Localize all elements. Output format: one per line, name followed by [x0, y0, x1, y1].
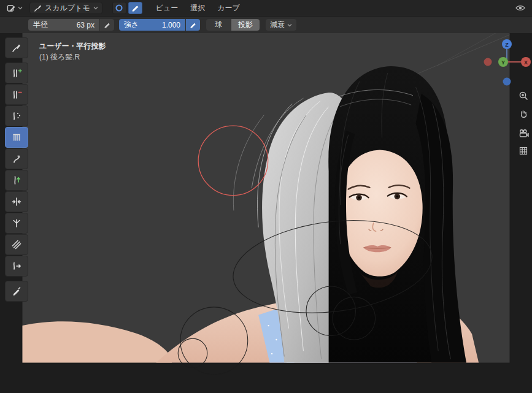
menu-curve[interactable]: カーブ — [211, 1, 246, 16]
paint-brush-icon — [11, 42, 22, 53]
sculpt-brush-icon — [34, 4, 42, 12]
gizmo-z-label: Z — [505, 42, 509, 48]
strength-slider[interactable]: 強さ 1.000 — [119, 19, 185, 31]
falloff-label: 減衰 — [270, 20, 285, 30]
pen-icon — [104, 21, 111, 29]
chevron-down-icon — [18, 6, 23, 10]
cursor-overlay-toggle[interactable] — [112, 2, 126, 14]
brush-shape-segmented: 球 投影 — [206, 19, 260, 31]
gizmo-y-label: Y — [501, 59, 505, 66]
hand-icon — [519, 109, 528, 118]
strength-value: 1.000 — [162, 21, 180, 29]
pinch-icon — [11, 196, 22, 207]
menu-view[interactable]: ビュー — [150, 1, 185, 16]
visibility-button[interactable] — [512, 2, 528, 14]
tool-annotate[interactable] — [5, 281, 28, 302]
menubar: ビュー 選択 カーブ — [150, 1, 246, 16]
annotate-pen-icon — [11, 286, 22, 297]
editor-type-icon — [7, 4, 16, 13]
density-icon — [11, 110, 22, 121]
tool-density[interactable] — [5, 105, 28, 126]
smooth-icon — [11, 239, 22, 250]
camera-view-button[interactable] — [515, 125, 531, 141]
falloff-dropdown[interactable]: 減衰 — [266, 19, 296, 31]
pressure-pen-toggle[interactable] — [128, 2, 142, 14]
radius-pressure-toggle[interactable] — [100, 19, 114, 31]
gizmo-x-neg-axis[interactable] — [484, 58, 492, 66]
slide-icon — [11, 261, 22, 272]
viewport-canvas[interactable] — [0, 33, 532, 393]
eye-icon — [515, 4, 525, 12]
add-strands-icon — [11, 67, 22, 78]
radius-group: 半径 63 px — [28, 19, 114, 31]
tool-add[interactable] — [5, 63, 28, 83]
grow-shrink-icon — [11, 175, 22, 186]
mode-dropdown[interactable]: スカルプトモ — [29, 2, 102, 14]
strength-group: 強さ 1.000 — [119, 19, 200, 31]
comb-icon — [11, 132, 22, 143]
toolshelf — [5, 37, 28, 302]
radius-slider[interactable]: 半径 63 px — [28, 19, 99, 31]
chevron-down-icon — [287, 23, 292, 27]
shape-projection-button[interactable]: 投影 — [231, 19, 260, 31]
chevron-down-icon — [93, 6, 98, 10]
tool-snake-hook[interactable] — [5, 148, 28, 169]
gizmo-z-neg-axis[interactable] — [503, 78, 511, 86]
tool-puff[interactable] — [5, 213, 28, 234]
blender-window: { "topbar": { "mode": { "label": "スカルプトモ… — [0, 0, 532, 393]
menu-select[interactable]: 選択 — [184, 1, 211, 16]
magnifier-icon — [519, 91, 529, 101]
editor-header: スカルプトモ ビュー 選択 カーブ — [0, 0, 532, 17]
pen-icon — [190, 21, 197, 29]
grid-toggle-button[interactable] — [515, 143, 531, 159]
grid-icon — [519, 146, 528, 156]
selection-circle-icon — [115, 4, 123, 12]
camera-icon — [519, 129, 529, 138]
tool-paint-selection[interactable] — [5, 37, 28, 58]
snake-hook-icon — [11, 153, 22, 164]
tool-comb[interactable] — [5, 127, 28, 148]
tool-slide[interactable] — [5, 256, 28, 277]
zoom-button[interactable] — [515, 88, 531, 104]
mode-dropdown-label: スカルプトモ — [45, 3, 90, 13]
radius-value: 63 px — [77, 21, 94, 29]
pen-icon — [131, 4, 139, 12]
gizmo-x-label: X — [524, 59, 528, 66]
navigation-gizmo[interactable]: Z X Y — [480, 36, 532, 91]
shape-sphere-button[interactable]: 球 — [206, 19, 231, 31]
tool-settings-bar: 半径 63 px 強さ 1.000 球 投影 減衰 — [0, 17, 532, 33]
editor-type-button[interactable] — [4, 2, 26, 14]
pan-button[interactable] — [515, 105, 531, 121]
delete-strands-icon — [11, 89, 22, 100]
strength-label: 強さ — [124, 20, 139, 30]
puff-icon — [11, 218, 22, 229]
radius-label: 半径 — [33, 20, 48, 30]
tool-smooth[interactable] — [5, 234, 28, 255]
tool-delete[interactable] — [5, 84, 28, 105]
tool-pinch[interactable] — [5, 191, 28, 212]
tool-grow-shrink[interactable] — [5, 170, 28, 191]
strength-pressure-toggle[interactable] — [186, 19, 200, 31]
